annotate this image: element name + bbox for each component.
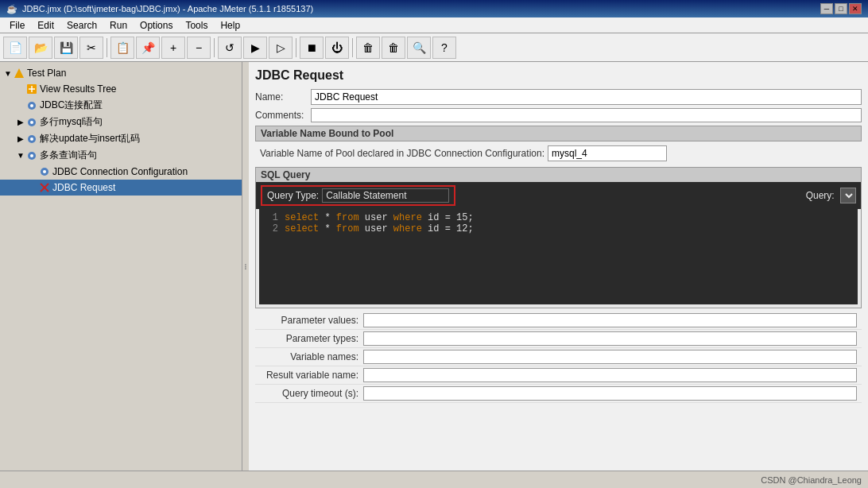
query-type-input[interactable] [322,188,449,203]
expand-icon: ▼ [3,69,13,78]
new-toolbar-button[interactable]: 📄 [3,37,27,59]
sql-query-header: SQL Query [256,168,861,182]
open-toolbar-button[interactable]: 📂 [29,37,52,59]
menu-item-file[interactable]: File [3,18,31,33]
toolbar-separator [214,38,215,57]
comments-row: Comments: [255,108,862,122]
svg-point-7 [30,121,33,124]
tree-item-jdbcconn[interactable]: JDBC Connection Configuration [0,164,242,180]
copy-toolbar-button[interactable]: 📋 [110,37,134,59]
sql-query-section: SQL Query Query Type: Query: ▼ 1select *… [255,167,862,308]
maximize-button[interactable]: □ [835,3,847,14]
shutdown-toolbar-button[interactable]: ⏻ [325,37,349,59]
resize-handle[interactable]: ··· [242,62,249,471]
result-var-label: Result variable name: [260,370,363,381]
cut-toolbar-button[interactable]: ✂ [79,37,103,59]
thread-icon [25,133,38,145]
code-line: 2select * from user where id = 12; [262,223,854,234]
title-bar-controls: ─ □ ✕ [820,3,862,14]
query-type-label: Query Type: [267,190,319,201]
query-label: Query: [806,190,835,201]
tree-item-resolveupdate[interactable]: ▶解决update与insert乱码 [0,130,242,147]
add-toolbar-button[interactable]: + [161,37,185,59]
toolbar: 📄📂💾✂📋📌+−↺▶▷⏹⏻🗑🗑🔍? [0,33,868,62]
variable-name-bound-header: Variable Name Bound to Pool [255,126,862,141]
reset-toolbar-button[interactable]: ↺ [218,37,242,59]
menu-item-search[interactable]: Search [60,18,103,33]
config-icon [25,99,38,112]
variable-names-label: Variable names: [260,351,363,362]
start-toolbar-button[interactable]: ▶ [243,37,267,59]
minimize-button[interactable]: ─ [820,3,833,14]
code-editor[interactable]: 1select * from user where id = 15;2selec… [259,209,858,304]
thread-icon [25,149,38,162]
tree-item-label: Test Plan [27,68,66,79]
paste-toolbar-button[interactable]: 📌 [136,37,160,59]
tree-item-viewresults[interactable]: View Results Tree [0,81,242,97]
tree-item-multiline[interactable]: ▶多行mysql语句 [0,114,242,130]
tree-item-label: 多条查询语句 [40,149,97,162]
main-area: ▼Test Plan View Results Tree JDBC连接配置▶多行… [0,62,868,471]
query-timeout-label: Query timeout (s): [260,388,363,399]
tree-item-label: JDBC连接配置 [40,99,103,112]
app-icon: ☕ [6,4,17,14]
result-var-row: Result variable name: [255,366,862,385]
thread-icon [25,116,38,129]
menu-item-run[interactable]: Run [103,18,134,33]
menu-item-help[interactable]: Help [214,18,246,33]
title-bar-title: ☕ JDBC.jmx (D:\soft\jmeter-bag\JDBC.jmx)… [6,4,313,14]
clearall-toolbar-button[interactable]: 🗑 [382,37,405,59]
param-values-input[interactable] [363,313,857,327]
pool-declared-label: Variable Name of Pool declared in JDBC C… [260,148,544,159]
menu-item-edit[interactable]: Edit [31,18,60,33]
query-type-dropdown[interactable]: ▼ [840,188,856,203]
config-icon [38,165,51,178]
close-button[interactable]: ✕ [849,3,862,14]
variable-names-row: Variable names: [255,348,862,366]
svg-point-13 [43,170,46,173]
variable-names-input[interactable] [363,350,857,364]
query-right-area: Query: ▼ [455,188,856,203]
svg-point-11 [30,154,33,157]
panel-title: JDBC Request [255,68,862,83]
listener-icon [25,83,38,95]
sampler-icon [38,181,51,194]
expand-icon: ▼ [16,151,25,160]
tree-item-jdbcrequest[interactable]: JDBC Request [0,180,242,196]
tree-item-testplan[interactable]: ▼Test Plan [0,65,242,81]
startno-toolbar-button[interactable]: ▷ [269,37,293,59]
name-input[interactable] [311,89,862,105]
comments-label: Comments: [255,110,311,121]
query-timeout-input[interactable] [363,386,857,401]
stop-toolbar-button[interactable]: ⏹ [300,37,324,59]
tree-item-label: JDBC Request [52,182,115,193]
bottom-form: Parameter values: Parameter types: Varia… [255,308,862,406]
tree-item-label: 解决update与insert乱码 [40,132,140,145]
pool-declared-input[interactable] [548,145,667,161]
remove-toolbar-button[interactable]: − [187,37,211,59]
line-number: 1 [262,212,278,223]
toolbar-separator [352,38,353,57]
param-types-label: Parameter types: [260,333,363,344]
menu-item-options[interactable]: Options [134,18,179,33]
menu-item-tools[interactable]: Tools [179,18,214,33]
tree-item-multiquery[interactable]: ▼多条查询语句 [0,147,242,164]
svg-marker-0 [14,68,24,78]
save-toolbar-button[interactable]: 💾 [54,37,78,59]
help-toolbar-button[interactable]: ? [432,37,456,59]
query-timeout-row: Query timeout (s): [255,385,862,403]
code-line: 1select * from user where id = 15; [262,212,854,223]
comments-input[interactable] [311,108,862,122]
name-label: Name: [255,91,311,103]
tree-item-jdbcconfig[interactable]: JDBC连接配置 [0,97,242,114]
browse-toolbar-button[interactable]: 🔍 [407,37,431,59]
param-types-row: Parameter types: [255,330,862,348]
svg-point-9 [30,137,33,141]
param-types-input[interactable] [363,331,857,346]
result-var-input[interactable] [363,368,857,382]
status-bar: CSDN @Chiandra_Leong [0,471,868,488]
tree-view: ▼Test Plan View Results Tree JDBC连接配置▶多行… [0,62,242,199]
clear-toolbar-button[interactable]: 🗑 [356,37,380,59]
window-title: JDBC.jmx (D:\soft\jmeter-bag\JDBC.jmx) -… [22,4,313,14]
tree-item-label: View Results Tree [40,83,117,95]
